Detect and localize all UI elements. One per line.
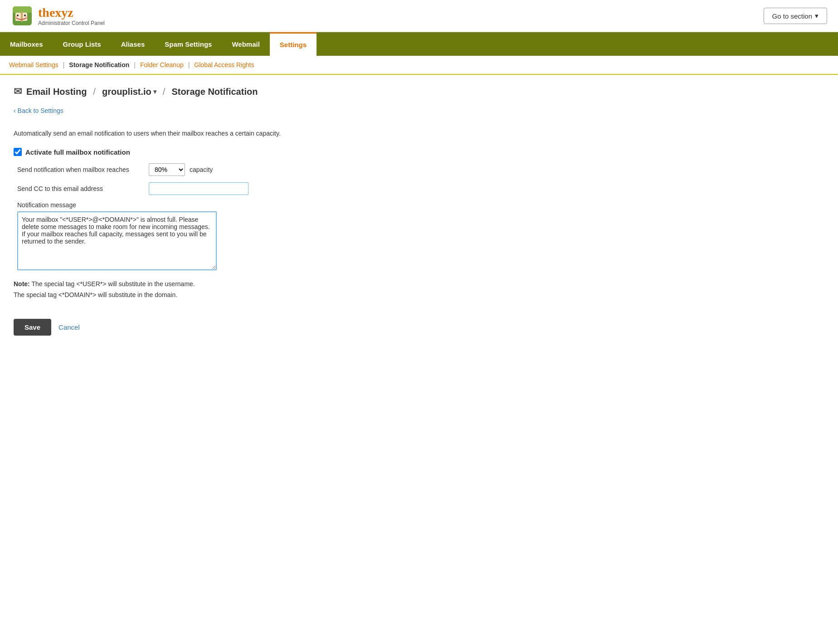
capacity-suffix: capacity — [190, 166, 213, 173]
subnav-sep-1: | — [62, 61, 66, 68]
subnav-sep-2: | — [133, 61, 136, 68]
svg-point-6 — [17, 15, 19, 16]
nav-item-settings[interactable]: Settings — [270, 32, 317, 56]
nav-bar: Mailboxes Group Lists Aliases Spam Setti… — [0, 32, 838, 56]
notification-message-label: Notification message — [17, 201, 824, 209]
nav-item-spam-settings[interactable]: Spam Settings — [155, 32, 222, 56]
svg-rect-5 — [21, 12, 23, 22]
header: thexyz Administrator Control Panel Go to… — [0, 0, 838, 32]
chevron-down-icon: ▾ — [815, 12, 819, 20]
nav-item-mailboxes[interactable]: Mailboxes — [0, 32, 53, 56]
activate-label: Activate full mailbox notification — [25, 148, 130, 156]
nav-item-aliases[interactable]: Aliases — [111, 32, 155, 56]
breadcrumb-email-hosting: Email Hosting — [26, 87, 87, 97]
subnav-storage-notification[interactable]: Storage Notification — [65, 60, 133, 69]
subnav-sep-3: | — [187, 61, 191, 68]
activate-checkbox[interactable] — [14, 148, 22, 156]
logo-icon — [11, 5, 34, 27]
logo-area: thexyz Administrator Control Panel — [11, 5, 105, 27]
breadcrumb-sep-2: / — [163, 87, 166, 97]
notes-section: Note: The special tag <*USER*> will subs… — [14, 279, 824, 301]
cc-label: Send CC to this email address — [17, 185, 144, 192]
note-line-2: The special tag <*DOMAIN*> will substitu… — [14, 290, 824, 301]
breadcrumb-domain[interactable]: grouplist.io ▾ — [102, 87, 156, 97]
logo-text: thexyz Administrator Control Panel — [38, 5, 105, 26]
notification-message-textarea[interactable]: Your mailbox "<*USER*>@<*DOMAIN*>" is al… — [17, 211, 217, 270]
svg-point-9 — [26, 16, 28, 19]
logo-subtitle: Administrator Control Panel — [38, 20, 105, 26]
sub-nav: Webmail Settings | Storage Notification … — [0, 56, 838, 75]
capacity-select[interactable]: 50% 60% 70% 80% 90% 95% — [149, 163, 185, 176]
goto-section-button[interactable]: Go to section ▾ — [764, 8, 827, 24]
save-button[interactable]: Save — [14, 319, 51, 336]
main-content: ✉ Email Hosting / grouplist.io ▾ / Stora… — [0, 75, 838, 346]
note-line-1: Note: The special tag <*USER*> will subs… — [14, 279, 824, 290]
nav-item-group-lists[interactable]: Group Lists — [53, 32, 111, 56]
nav-item-webmail[interactable]: Webmail — [222, 32, 269, 56]
capacity-row: Send notification when mailbox reaches 5… — [17, 163, 824, 176]
subnav-global-access-rights[interactable]: Global Access Rights — [190, 60, 258, 69]
breadcrumb: ✉ Email Hosting / grouplist.io ▾ / Stora… — [14, 86, 824, 98]
action-row: Save Cancel — [14, 319, 824, 336]
back-to-settings-link[interactable]: ‹ Back to Settings — [14, 107, 63, 114]
cc-row: Send CC to this email address — [17, 182, 824, 195]
svg-point-7 — [24, 15, 26, 16]
activate-checkbox-label[interactable]: Activate full mailbox notification — [14, 148, 824, 156]
svg-point-8 — [15, 16, 17, 19]
note-text-1: The special tag <*USER*> will substitute… — [31, 280, 195, 288]
email-icon: ✉ — [14, 86, 22, 98]
logo-name: thexyz — [38, 5, 105, 20]
cancel-link[interactable]: Cancel — [58, 323, 80, 331]
form-section: Activate full mailbox notification Send … — [14, 148, 824, 272]
chevron-down-icon: ▾ — [153, 88, 156, 95]
subnav-webmail-settings[interactable]: Webmail Settings — [9, 60, 62, 69]
capacity-label: Send notification when mailbox reaches — [17, 166, 144, 173]
page-description: Automatically send an email notification… — [14, 130, 824, 137]
subnav-folder-cleanup[interactable]: Folder Cleanup — [136, 60, 187, 69]
breadcrumb-current: Storage Notification — [171, 87, 258, 97]
cc-email-input[interactable] — [149, 182, 248, 195]
note-bold: Note: — [14, 280, 30, 288]
breadcrumb-sep-1: / — [93, 87, 96, 97]
